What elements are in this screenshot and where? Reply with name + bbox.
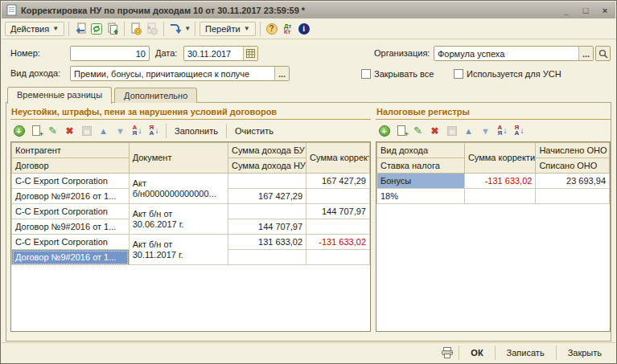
- header-tax-rate[interactable]: Ставка налога: [377, 158, 465, 174]
- clear-button[interactable]: Очистить: [231, 125, 278, 137]
- header-written-off-ono[interactable]: Списано ОНО: [536, 158, 610, 174]
- cell-document[interactable]: Акт б/н от30.06.2017 г.: [129, 204, 228, 235]
- move-down-icon[interactable]: ▼: [113, 124, 128, 137]
- checkbox-close-all[interactable]: Закрывать все: [361, 67, 434, 81]
- cell-correction[interactable]: 144 707,97: [306, 204, 370, 219]
- cell-sum-nu[interactable]: 144 707,97: [228, 219, 306, 235]
- move-up-icon[interactable]: ▲: [96, 124, 111, 137]
- number-input[interactable]: 10: [70, 46, 150, 61]
- tax-registers-table[interactable]: Вид дохода Сумма корректиров... Начислен…: [376, 141, 611, 332]
- help-icon[interactable]: ?: [265, 22, 279, 35]
- table-row[interactable]: Бонусы -131 633,02 23 693,94: [377, 174, 610, 189]
- cell-counterparty[interactable]: C-C Export Corporation: [12, 235, 130, 250]
- copy-row-icon[interactable]: +: [28, 124, 43, 137]
- cell-contract[interactable]: Договор №9#2016 от 1...: [12, 189, 130, 204]
- cell-income-type-selected[interactable]: Бонусы: [377, 174, 465, 189]
- fill-button[interactable]: Заполнить: [171, 125, 222, 137]
- header-correction[interactable]: Сумма корректировки: [306, 143, 370, 174]
- delete-row-icon[interactable]: ✖: [62, 124, 77, 137]
- delete-row-icon[interactable]: ✖: [427, 124, 442, 137]
- minimize-button[interactable]: _: [561, 6, 572, 15]
- calendar-icon[interactable]: [243, 47, 257, 60]
- header-income-type[interactable]: Вид дохода: [377, 143, 465, 158]
- cell-document[interactable]: Акт б/н от30.11.2017 г.: [129, 235, 228, 265]
- info-icon[interactable]: i: [297, 22, 311, 35]
- cell-sum-bu[interactable]: [228, 204, 306, 219]
- cell-accrued-ono[interactable]: 23 693,94: [536, 174, 610, 189]
- move-up-icon[interactable]: ▲: [461, 124, 476, 137]
- header-accrued-ono[interactable]: Начислено ОНО: [536, 143, 610, 158]
- sort-desc-icon[interactable]: ЯА↓: [146, 124, 162, 137]
- header-contract[interactable]: Договор: [12, 158, 130, 174]
- input-on-basis-icon[interactable]: [168, 22, 183, 35]
- penalties-table[interactable]: Контрагент Документ Сумма дохода БУ Сумм…: [10, 141, 371, 332]
- toolbar-separator: [163, 22, 164, 36]
- ok-button[interactable]: ОК: [463, 346, 490, 360]
- sort-asc-icon[interactable]: АЯ↓: [495, 124, 510, 137]
- table-row[interactable]: 18%: [377, 189, 610, 204]
- save-button[interactable]: Записать: [500, 346, 552, 360]
- sort-asc-icon[interactable]: АЯ↓: [130, 124, 145, 137]
- header-sum-bu[interactable]: Сумма дохода БУ: [228, 143, 306, 158]
- copy-new-icon[interactable]: [105, 22, 120, 35]
- cell-correction-bottom[interactable]: [306, 219, 370, 235]
- checkbox-usn[interactable]: Используется для УСН: [454, 67, 561, 81]
- cell-correction-bottom[interactable]: [464, 189, 536, 204]
- header-counterparty[interactable]: Контрагент: [12, 143, 130, 158]
- refresh-icon[interactable]: [89, 22, 104, 35]
- cell-counterparty[interactable]: C-C Export Corporation: [12, 204, 130, 219]
- date-input[interactable]: 30.11.2017: [183, 46, 258, 61]
- cell-written-off-ono[interactable]: [536, 189, 610, 204]
- organization-label: Организация:: [374, 46, 430, 60]
- cell-sum-nu[interactable]: [228, 250, 306, 265]
- tab-strip: Временные разницы Дополнительно: [7, 85, 199, 103]
- income-type-value: Премии, бонусы, причитающиеся к получе: [71, 69, 274, 79]
- table-row[interactable]: C-C Export Corporation Акт б/н от30.06.2…: [12, 204, 370, 219]
- close-button[interactable]: ×: [599, 6, 611, 15]
- window-title: Корректировка НУ по прочим доходам 10 от…: [21, 6, 305, 15]
- cell-sum-nu[interactable]: 167 427,29: [228, 189, 306, 204]
- table-row[interactable]: C-C Export Corporation Акт б/н от30.11.2…: [12, 235, 370, 250]
- add-row-icon[interactable]: +: [376, 124, 392, 137]
- move-down-icon[interactable]: ▼: [478, 124, 493, 137]
- cell-contract-selected[interactable]: Договор №9#2016 от 1...: [12, 250, 130, 265]
- organization-input[interactable]: Формула успеха ...: [434, 46, 594, 61]
- cell-document[interactable]: Актб/н0000000000000...: [129, 174, 228, 204]
- ellipsis-button[interactable]: ...: [578, 47, 593, 60]
- cell-sum-bu[interactable]: [228, 174, 306, 189]
- go-menu-button[interactable]: Перейти ▼: [199, 22, 256, 36]
- cell-sum-bu[interactable]: 131 633,02: [228, 235, 306, 250]
- print-icon[interactable]: [439, 346, 455, 360]
- dtkt-postings-icon[interactable]: ДтКт: [281, 22, 295, 35]
- cell-correction-bottom[interactable]: [306, 250, 370, 265]
- income-type-label: Вид дохода:: [10, 66, 60, 80]
- table-row[interactable]: C-C Export Corporation Актб/н00000000000…: [12, 174, 370, 189]
- cell-contract[interactable]: Договор №9#2016 от 1...: [12, 219, 130, 235]
- maximize-button[interactable]: □: [580, 6, 591, 15]
- chevron-down-icon: ▼: [244, 25, 250, 32]
- save-record-icon[interactable]: [73, 22, 88, 35]
- ellipsis-button[interactable]: ...: [274, 67, 289, 80]
- cell-correction[interactable]: 167 427,29: [306, 174, 370, 189]
- header-document[interactable]: Документ: [129, 143, 228, 174]
- close-form-button[interactable]: Закрыть: [561, 346, 609, 360]
- cell-correction[interactable]: -131 633,02: [464, 174, 536, 189]
- open-button[interactable]: [595, 46, 611, 61]
- tab-additional[interactable]: Дополнительно: [114, 88, 197, 103]
- cell-correction[interactable]: -131 633,02: [306, 235, 370, 250]
- income-type-input[interactable]: Премии, бонусы, причитающиеся к получе .…: [70, 66, 290, 81]
- edit-row-icon[interactable]: ✎: [45, 124, 60, 137]
- tab-temporary-differences[interactable]: Временные разницы: [7, 87, 112, 104]
- cell-correction-bottom[interactable]: [306, 189, 370, 204]
- actions-menu-button[interactable]: Действия ▼: [5, 22, 64, 36]
- sort-desc-icon[interactable]: ЯА↓: [512, 124, 527, 137]
- header-sum-nu[interactable]: Сумма дохода НУ: [228, 158, 306, 174]
- header-correction[interactable]: Сумма корректиров...: [464, 143, 536, 174]
- post-document-icon[interactable]: [129, 22, 143, 35]
- add-row-icon[interactable]: +: [11, 124, 27, 137]
- copy-row-icon[interactable]: +: [393, 124, 409, 137]
- cell-counterparty[interactable]: C-C Export Corporation: [12, 174, 130, 189]
- cell-tax-rate[interactable]: 18%: [377, 189, 465, 204]
- chevron-down-icon[interactable]: ▼: [184, 25, 191, 32]
- edit-row-icon[interactable]: ✎: [410, 124, 426, 137]
